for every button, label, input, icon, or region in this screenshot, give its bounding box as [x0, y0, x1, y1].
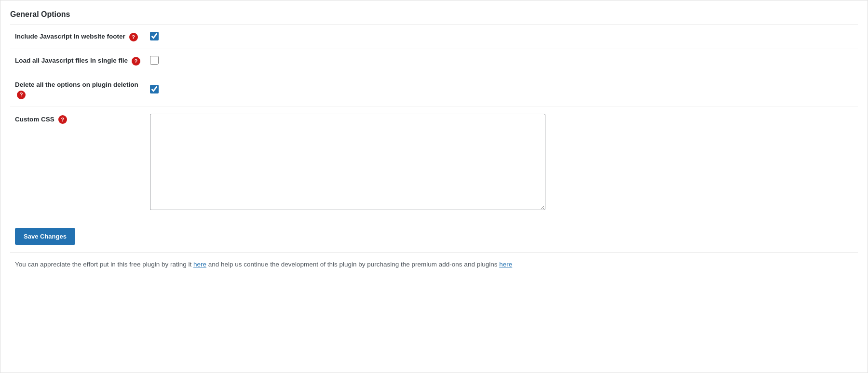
- checkbox-delete-options[interactable]: [150, 85, 159, 93]
- option-label-include-js: Include Javascript in website footer ?: [10, 25, 145, 49]
- option-control-custom-css: [145, 107, 858, 218]
- custom-css-textarea[interactable]: [150, 114, 545, 210]
- footer-link-1[interactable]: here: [193, 261, 206, 268]
- option-control-load-js: [145, 49, 858, 73]
- checkbox-include-js[interactable]: [150, 32, 159, 40]
- help-icon-include-js: ?: [129, 33, 138, 41]
- table-row: Delete all the options on plugin deletio…: [10, 73, 858, 107]
- section-title: General Options: [10, 10, 858, 25]
- table-row-custom-css: Custom CSS ?: [10, 107, 858, 218]
- help-icon-load-js: ?: [132, 57, 140, 66]
- option-label-load-js: Load all Javascript files in single file…: [10, 49, 145, 73]
- table-row: Load all Javascript files in single file…: [10, 49, 858, 73]
- help-icon-custom-css: ?: [58, 115, 67, 124]
- option-label-custom-css: Custom CSS ?: [10, 107, 145, 218]
- checkbox-load-js[interactable]: [150, 56, 159, 65]
- option-label-delete-options: Delete all the options on plugin deletio…: [10, 73, 145, 107]
- options-table: Include Javascript in website footer ? L…: [10, 25, 858, 218]
- page-container: General Options Include Javascript in we…: [0, 0, 868, 373]
- option-control-include-js: [145, 25, 858, 49]
- footer-text: You can appreciate the effort put in thi…: [10, 253, 858, 273]
- table-row: Include Javascript in website footer ?: [10, 25, 858, 49]
- help-icon-delete-options: ?: [17, 91, 26, 99]
- save-section: Save Changes: [10, 218, 858, 253]
- footer-link-2[interactable]: here: [499, 261, 512, 268]
- option-control-delete-options: [145, 73, 858, 107]
- save-changes-button[interactable]: Save Changes: [15, 228, 75, 245]
